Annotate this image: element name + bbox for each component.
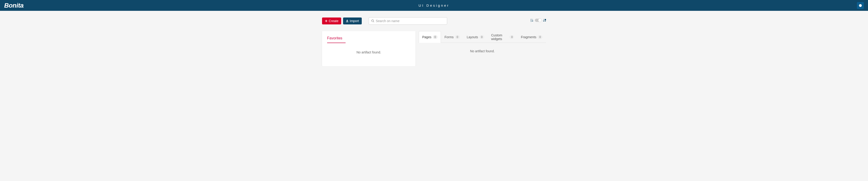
- svg-rect-2: [346, 22, 348, 22]
- tabs-empty-message: No artifact found.: [419, 43, 546, 60]
- plus-icon: [325, 20, 328, 22]
- main-container: Create Import: [322, 11, 546, 66]
- tab-pages[interactable]: Pages 0: [419, 31, 441, 43]
- create-button[interactable]: Create: [322, 17, 341, 25]
- page-title: UI Designer: [418, 3, 450, 7]
- toggle-knob: [538, 19, 542, 22]
- app-header: Bonita UI Designer: [0, 0, 868, 11]
- tabs-area: Pages 0 Forms 0 Layouts 0 Custom widgets…: [419, 31, 546, 60]
- favorites-panel: Favorites No artifact found.: [322, 31, 415, 66]
- sort-toggle[interactable]: [535, 19, 541, 22]
- favorites-empty-message: No artifact found.: [327, 50, 410, 54]
- tab-fragments[interactable]: Fragments 0: [517, 31, 546, 43]
- tab-label: Fragments: [521, 35, 536, 39]
- tab-custom-widgets[interactable]: Custom widgets 0: [488, 31, 517, 43]
- content-row: Favorites No artifact found. Pages 0 For…: [322, 31, 546, 66]
- toolbar: Create Import: [322, 17, 546, 25]
- sort-alpha-icon[interactable]: [530, 19, 533, 22]
- sort-controls: [530, 19, 546, 22]
- favorites-title: Favorites: [327, 36, 346, 43]
- tab-badge: 0: [455, 35, 460, 39]
- search-wrapper: [369, 17, 447, 25]
- tab-badge: 0: [479, 35, 484, 39]
- import-label: Import: [350, 19, 359, 23]
- svg-rect-1: [325, 21, 327, 21]
- tabs: Pages 0 Forms 0 Layouts 0 Custom widgets…: [419, 31, 546, 43]
- sort-date-icon[interactable]: [543, 19, 546, 22]
- tab-badge: 0: [538, 35, 542, 39]
- search-input[interactable]: [369, 17, 447, 25]
- import-button[interactable]: Import: [343, 17, 362, 25]
- tab-label: Pages: [422, 35, 431, 39]
- toolbar-right: [362, 17, 546, 25]
- help-button[interactable]: [857, 2, 864, 9]
- create-label: Create: [329, 19, 338, 23]
- tab-label: Custom widgets: [491, 33, 508, 41]
- import-icon: [346, 20, 349, 22]
- tab-badge: 0: [433, 35, 438, 39]
- svg-rect-3: [545, 19, 546, 20]
- tab-label: Layouts: [467, 35, 478, 39]
- tab-label: Forms: [444, 35, 454, 39]
- search-icon: [371, 19, 374, 23]
- logo: Bonita: [4, 2, 24, 9]
- tab-badge: 0: [509, 35, 514, 39]
- help-icon: [859, 4, 862, 7]
- tab-layouts[interactable]: Layouts 0: [463, 31, 488, 43]
- tab-forms[interactable]: Forms 0: [441, 31, 463, 43]
